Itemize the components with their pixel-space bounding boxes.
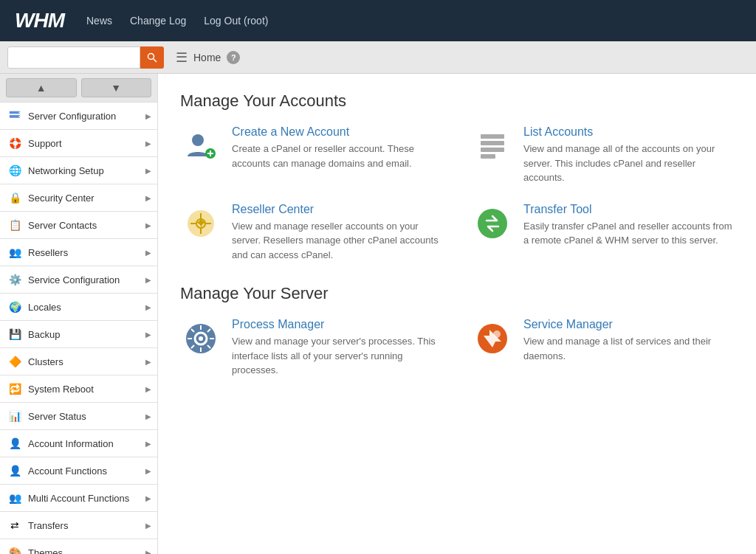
contacts-icon: 📋 xyxy=(7,218,22,232)
svg-point-6 xyxy=(192,134,204,146)
nav-logout[interactable]: Log Out (root) xyxy=(204,15,268,27)
sidebar-item-backup[interactable]: 💾Backup▶ xyxy=(0,321,157,348)
sidebar-label-server-config: Server Configuration xyxy=(28,111,145,122)
help-icon[interactable]: ? xyxy=(227,51,240,64)
search-bar: ☰ Home ? xyxy=(0,41,756,74)
sidebar-label-account-func: Account Functions xyxy=(28,465,145,477)
sidebar-item-system-reboot[interactable]: 🔁System Reboot▶ xyxy=(0,375,157,403)
sidebar-item-server-config[interactable]: Server Configuration▶ xyxy=(0,103,157,130)
sidebar-down-button[interactable]: ▼ xyxy=(81,78,152,97)
sidebar-item-support[interactable]: 🛟Support▶ xyxy=(0,130,157,157)
card-reseller-center[interactable]: ✦ Reseller CenterView and manage reselle… xyxy=(180,203,442,263)
svg-rect-10 xyxy=(481,134,504,139)
sidebar-arrow-contacts: ▶ xyxy=(145,221,151,229)
server-status-icon: 📊 xyxy=(7,409,22,423)
sidebar-item-security[interactable]: 🔒Security Center▶ xyxy=(0,184,157,212)
backup-icon: 💾 xyxy=(7,327,22,342)
sidebar-arrow-themes: ▶ xyxy=(145,549,151,555)
server-config-icon xyxy=(7,108,22,123)
transfers-icon: ⇄ xyxy=(7,518,22,533)
sidebar-item-service-config[interactable]: ⚙️Service Configuration▶ xyxy=(0,266,157,294)
sidebar-item-networking[interactable]: 🌐Networking Setup▶ xyxy=(0,157,157,184)
svg-rect-11 xyxy=(481,141,504,145)
main-content: Manage Your Accounts Create a New Accoun… xyxy=(158,74,756,554)
service-manager-desc: View and manage a list of services and t… xyxy=(523,334,734,363)
top-nav: WHM News Change Log Log Out (root) xyxy=(0,0,756,41)
sidebar-label-contacts: Server Contacts xyxy=(28,220,145,231)
list-accounts-title[interactable]: List Accounts xyxy=(523,125,734,139)
sidebar-label-service-config: Service Configuration xyxy=(28,274,145,285)
nav-changelog[interactable]: Change Log xyxy=(130,15,186,27)
reseller-center-title[interactable]: Reseller Center xyxy=(232,203,442,216)
sidebar-arrow-service-config: ▶ xyxy=(145,276,151,284)
nav-news[interactable]: News xyxy=(86,15,112,27)
sidebar-item-resellers[interactable]: 👥Resellers▶ xyxy=(0,239,157,266)
create-account-title[interactable]: Create a New Account xyxy=(232,125,442,139)
sidebar-label-support: Support xyxy=(28,138,145,149)
svg-rect-12 xyxy=(481,148,504,152)
themes-icon: 🎨 xyxy=(7,545,22,554)
sidebar-arrow-system-reboot: ▶ xyxy=(145,385,151,393)
sidebar-item-locales[interactable]: 🌍Locales▶ xyxy=(0,294,157,321)
svg-point-32 xyxy=(199,336,203,341)
account-func-icon: 👤 xyxy=(7,463,22,478)
svg-rect-2 xyxy=(10,111,20,114)
search-input[interactable] xyxy=(7,46,140,69)
card-process-manager[interactable]: Process ManagerView and manage your serv… xyxy=(180,318,442,378)
create-account-icon xyxy=(180,125,221,167)
reseller-center-desc: View and manage reseller accounts on you… xyxy=(232,219,442,263)
svg-rect-3 xyxy=(10,115,20,118)
list-accounts-desc: View and manage all of the accounts on y… xyxy=(523,142,734,185)
sidebar-item-multi-account[interactable]: 👥Multi Account Functions▶ xyxy=(0,485,157,512)
svg-point-21 xyxy=(478,209,507,238)
transfer-tool-body: Transfer ToolEasily transfer cPanel and … xyxy=(523,203,734,248)
sidebar-item-account-info[interactable]: 👤Account Information▶ xyxy=(0,430,157,457)
service-manager-title[interactable]: Service Manager xyxy=(523,318,734,331)
sidebar-item-account-func[interactable]: 👤Account Functions▶ xyxy=(0,457,157,485)
svg-line-1 xyxy=(154,58,157,62)
svg-point-34 xyxy=(493,330,501,338)
sidebar-arrow-account-func: ▶ xyxy=(145,467,151,475)
card-service-manager[interactable]: Service ManagerView and manage a list of… xyxy=(472,318,734,378)
sidebar-label-clusters: Clusters xyxy=(28,356,145,367)
process-manager-body: Process ManagerView and manage your serv… xyxy=(232,318,442,378)
sidebar-item-contacts[interactable]: 📋Server Contacts▶ xyxy=(0,212,157,239)
svg-rect-13 xyxy=(481,154,495,159)
sidebar-label-account-info: Account Information xyxy=(28,438,145,449)
card-list-accounts[interactable]: List AccountsView and manage all of the … xyxy=(472,125,734,185)
account-info-icon: 👤 xyxy=(7,436,22,451)
hamburger-icon[interactable]: ☰ xyxy=(176,49,188,66)
breadcrumb-area: ☰ Home ? xyxy=(176,49,240,66)
accounts-cards-grid: Create a New AccountCreate a cPanel or r… xyxy=(180,125,734,262)
sidebar-arrow-clusters: ▶ xyxy=(145,358,151,366)
sidebar-item-clusters[interactable]: 🔶Clusters▶ xyxy=(0,348,157,375)
clusters-icon: 🔶 xyxy=(7,354,22,369)
transfer-tool-icon xyxy=(472,203,513,244)
sidebar-arrow-security: ▶ xyxy=(145,194,151,202)
service-config-icon: ⚙️ xyxy=(7,272,22,287)
card-transfer-tool[interactable]: Transfer ToolEasily transfer cPanel and … xyxy=(472,203,734,263)
sidebar-label-networking: Networking Setup xyxy=(28,165,145,176)
resellers-icon: 👥 xyxy=(7,245,22,260)
sidebar-item-transfers[interactable]: ⇄Transfers▶ xyxy=(0,512,157,539)
process-manager-title[interactable]: Process Manager xyxy=(232,318,442,331)
sidebar-arrow-multi-account: ▶ xyxy=(145,494,151,502)
sidebar-items: Server Configuration▶🛟Support▶🌐Networkin… xyxy=(0,103,157,554)
transfer-tool-desc: Easily transfer cPanel and reseller acco… xyxy=(523,219,734,248)
sidebar-up-button[interactable]: ▲ xyxy=(6,78,77,97)
search-button[interactable] xyxy=(140,46,164,69)
support-icon: 🛟 xyxy=(7,136,22,150)
networking-icon: 🌐 xyxy=(7,163,22,178)
service-manager-icon xyxy=(472,318,513,359)
svg-point-4 xyxy=(18,112,20,114)
sidebar-arrow-backup: ▶ xyxy=(145,330,151,339)
svg-point-5 xyxy=(18,116,20,117)
sidebar-label-security: Security Center xyxy=(28,193,145,204)
sidebar-item-themes[interactable]: 🎨Themes▶ xyxy=(0,539,157,554)
card-create-account[interactable]: Create a New AccountCreate a cPanel or r… xyxy=(180,125,442,185)
security-icon: 🔒 xyxy=(7,190,22,205)
sidebar-item-server-status[interactable]: 📊Server Status▶ xyxy=(0,403,157,430)
transfer-tool-title[interactable]: Transfer Tool xyxy=(523,203,734,216)
list-accounts-body: List AccountsView and manage all of the … xyxy=(523,125,734,185)
sidebar-arrow-resellers: ▶ xyxy=(145,249,151,257)
